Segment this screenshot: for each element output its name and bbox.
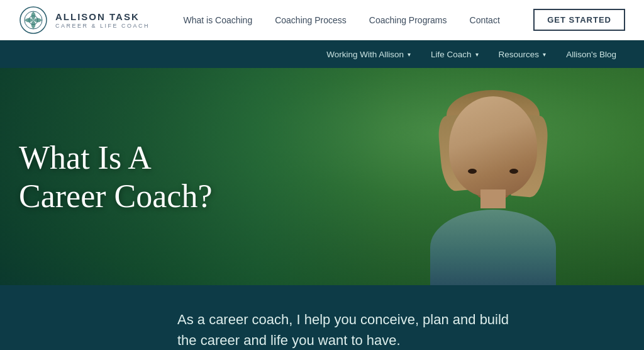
nav-link-contact[interactable]: Contact — [470, 15, 500, 25]
brand-text-block: ALLISON TASK CAREER & LIFE COACH — [55, 11, 150, 29]
sec-nav-link-resources[interactable]: Resources ▾ — [490, 46, 555, 63]
sec-nav-link-working-with-allison[interactable]: Working With Allison ▾ — [318, 46, 419, 63]
nav-item-coaching-process[interactable]: Coaching Process — [275, 14, 347, 26]
bottom-section: As a career coach, I help you conceive, … — [0, 285, 644, 350]
hero-heading: What Is A Career Coach? — [19, 138, 212, 215]
nav-item-contact[interactable]: Contact — [470, 14, 500, 26]
top-nav-links: What is Coaching Coaching Process Coachi… — [183, 14, 499, 26]
neck — [480, 189, 506, 208]
hero-person-illustration — [392, 84, 594, 285]
sec-nav-link-allisons-blog[interactable]: Allison's Blog — [557, 46, 625, 63]
nav-item-coaching-programs[interactable]: Coaching Programs — [369, 14, 447, 26]
nav-link-coaching-programs[interactable]: Coaching Programs — [369, 15, 447, 25]
brand-subtitle: CAREER & LIFE COACH — [55, 23, 150, 29]
chevron-down-icon: ▾ — [408, 51, 411, 58]
sec-nav-item-allisons-blog[interactable]: Allison's Blog — [557, 46, 625, 63]
face — [449, 96, 537, 197]
brand-logo-link[interactable]: ALLISON TASK CAREER & LIFE COACH — [19, 6, 150, 35]
hero-text-block: What Is A Career Coach? — [19, 138, 212, 215]
secondary-navigation: Working With Allison ▾ Life Coach ▾ Reso… — [0, 40, 644, 68]
top-navigation: ALLISON TASK CAREER & LIFE COACH What is… — [0, 0, 644, 40]
nav-item-what-is-coaching[interactable]: What is Coaching — [183, 14, 252, 26]
brand-logo-icon — [19, 6, 48, 35]
get-started-button[interactable]: GET STARTED — [533, 9, 625, 31]
nav-link-what-is-coaching[interactable]: What is Coaching — [183, 15, 252, 25]
eye-left — [468, 169, 477, 174]
chevron-down-icon: ▾ — [475, 51, 479, 58]
brand-name: ALLISON TASK — [55, 11, 150, 23]
eyes — [468, 169, 518, 174]
bottom-description: As a career coach, I help you conceive, … — [108, 309, 536, 350]
sec-nav-item-life-coach[interactable]: Life Coach ▾ — [422, 46, 487, 63]
sec-nav-item-resources[interactable]: Resources ▾ — [490, 46, 555, 63]
secondary-nav-links: Working With Allison ▾ Life Coach ▾ Reso… — [318, 46, 625, 63]
nav-link-coaching-process[interactable]: Coaching Process — [275, 15, 347, 25]
chevron-down-icon: ▾ — [543, 51, 546, 58]
hero-section: What Is A Career Coach? — [0, 68, 644, 285]
eye-right — [509, 169, 518, 174]
sec-nav-item-working-with-allison[interactable]: Working With Allison ▾ — [318, 46, 419, 63]
body — [430, 210, 556, 285]
sec-nav-link-life-coach[interactable]: Life Coach ▾ — [422, 46, 487, 63]
